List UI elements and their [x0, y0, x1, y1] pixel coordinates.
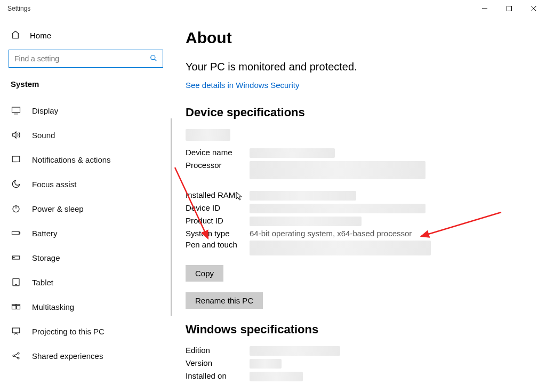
spec-row-product-id: Product ID [186, 217, 531, 226]
spec-label: Edition [186, 346, 250, 354]
svg-point-16 [14, 257, 15, 258]
svg-rect-23 [12, 328, 20, 333]
notifications-icon [11, 155, 21, 164]
spec-row-version: Version [186, 359, 531, 369]
redacted-value [250, 191, 356, 201]
nav-label: Shared experiences [32, 351, 103, 361]
redacted-value [250, 161, 425, 179]
nav-list: Display Sound Notifications & actions Fo… [0, 93, 171, 368]
sidebar-item-projecting[interactable]: Projecting to this PC [0, 319, 171, 343]
security-link[interactable]: See details in Windows Security [186, 81, 299, 90]
nav-label: Projecting to this PC [32, 327, 105, 336]
redacted-value [250, 148, 335, 158]
scroll-indicator[interactable] [171, 118, 172, 316]
svg-rect-1 [507, 6, 512, 11]
power-icon [11, 204, 21, 213]
close-button[interactable] [521, 0, 546, 17]
svg-rect-13 [12, 231, 20, 235]
search-input[interactable]: Find a setting [9, 50, 163, 68]
spec-row-installed-on: Installed on [186, 372, 531, 381]
display-icon [11, 106, 21, 115]
titlebar: Settings [0, 0, 546, 17]
multitasking-icon [11, 302, 21, 311]
window-title: Settings [7, 5, 30, 12]
shared-icon [11, 351, 21, 361]
storage-icon [11, 253, 21, 262]
nav-label: Battery [32, 229, 58, 238]
svg-rect-6 [12, 107, 20, 113]
home-icon [11, 30, 20, 41]
svg-point-26 [18, 357, 19, 359]
tablet-icon [11, 277, 21, 287]
svg-rect-9 [12, 156, 20, 162]
redacted-value [250, 359, 282, 369]
windows-specs-heading: Windows specifications [186, 323, 531, 337]
sidebar-item-shared[interactable]: Shared experiences [0, 343, 171, 368]
spec-label: Device ID [186, 204, 250, 212]
redacted-value [250, 204, 425, 213]
sidebar-section: System [0, 71, 171, 93]
svg-point-4 [151, 55, 155, 59]
device-specs-heading: Device specifications [186, 106, 531, 119]
sidebar: Home Find a setting System Display Sound [0, 17, 171, 392]
svg-rect-14 [19, 233, 20, 234]
maximize-button[interactable] [497, 0, 521, 17]
search-icon [150, 54, 157, 63]
spec-row-system-type: System type 64-bit operating system, x64… [186, 229, 531, 237]
svg-point-24 [13, 355, 14, 357]
rename-pc-button[interactable]: Rename this PC [186, 292, 263, 309]
sidebar-item-notifications[interactable]: Notifications & actions [0, 147, 171, 172]
sidebar-item-tablet[interactable]: Tablet [0, 270, 171, 294]
system-type-value: 64-bit operating system, x64-based proce… [250, 229, 412, 237]
spec-row-device-id: Device ID [186, 204, 531, 213]
home-label: Home [30, 31, 51, 40]
sidebar-item-power[interactable]: Power & sleep [0, 196, 171, 221]
svg-line-28 [14, 356, 18, 358]
window-controls [472, 0, 546, 17]
svg-line-27 [14, 354, 18, 355]
battery-icon [11, 228, 21, 238]
spec-row-pen-touch: Pen and touch [186, 241, 531, 255]
svg-marker-8 [12, 132, 16, 138]
home-nav[interactable]: Home [0, 25, 171, 46]
nav-label: Notifications & actions [32, 155, 111, 164]
spec-row-edition: Edition [186, 346, 531, 356]
minimize-button[interactable] [472, 0, 497, 17]
sidebar-item-focus-assist[interactable]: Focus assist [0, 172, 171, 196]
nav-label: Power & sleep [32, 204, 84, 213]
sidebar-item-multitasking[interactable]: Multitasking [0, 294, 171, 319]
nav-label: Sound [32, 131, 55, 140]
spec-label: Version [186, 359, 250, 367]
sound-icon [11, 130, 21, 140]
spec-label: Product ID [186, 217, 250, 225]
redacted-logo [186, 129, 230, 141]
spec-label: Pen and touch [186, 241, 250, 249]
redacted-value [250, 346, 340, 356]
cursor-icon [236, 191, 243, 201]
sidebar-item-storage[interactable]: Storage [0, 245, 171, 270]
projecting-icon [11, 326, 21, 336]
redacted-value [250, 241, 431, 255]
nav-label: Storage [32, 253, 60, 262]
nav-label: Display [32, 106, 58, 115]
spec-label: Device name [186, 148, 250, 156]
svg-line-5 [155, 59, 157, 61]
copy-button[interactable]: Copy [186, 265, 223, 282]
sidebar-item-display[interactable]: Display [0, 98, 171, 123]
page-title: About [186, 29, 531, 47]
protection-status: Your PC is monitored and protected. [186, 61, 531, 73]
spec-label: Installed on [186, 372, 250, 380]
spec-label: Processor [186, 161, 250, 169]
svg-point-25 [18, 353, 19, 354]
spec-label: System type [186, 229, 250, 237]
nav-label: Focus assist [32, 180, 76, 189]
search-placeholder: Find a setting [14, 54, 59, 63]
sidebar-item-battery[interactable]: Battery [0, 221, 171, 245]
sidebar-item-sound[interactable]: Sound [0, 123, 171, 147]
nav-label: Tablet [32, 278, 53, 287]
nav-label: Multitasking [32, 302, 74, 311]
redacted-value [250, 217, 362, 226]
svg-rect-19 [12, 305, 17, 309]
spec-row-device-name: Device name [186, 148, 531, 158]
svg-rect-20 [17, 305, 20, 309]
